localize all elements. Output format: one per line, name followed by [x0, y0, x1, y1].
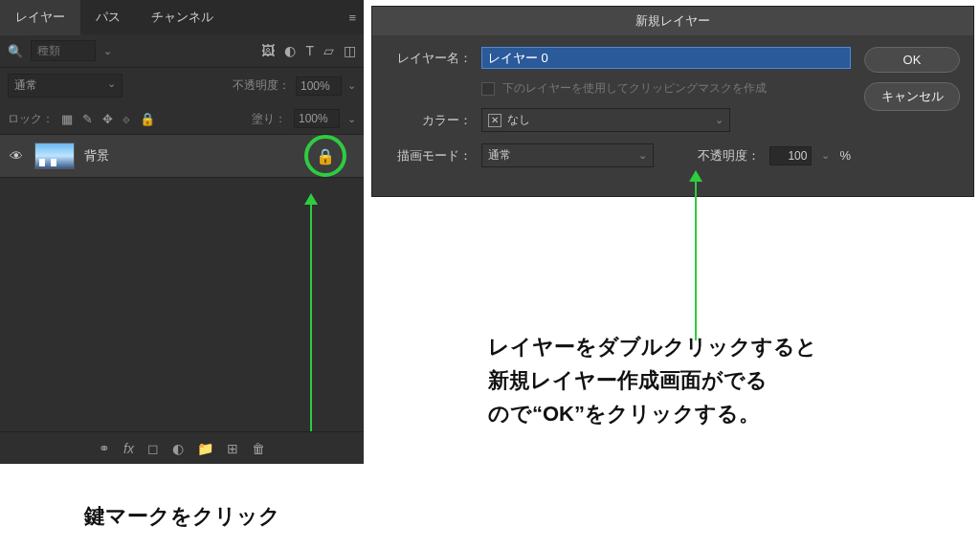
search-icon: 🔍	[8, 44, 23, 58]
annotation-arrow	[695, 178, 697, 340]
none-swatch-icon: ✕	[488, 114, 501, 127]
filter-shape-icon[interactable]: ▱	[323, 43, 334, 58]
blend-mode-select[interactable]: 通常 ⌄	[8, 74, 122, 98]
opacity-input[interactable]: 100%	[296, 77, 342, 96]
ok-button[interactable]: OK	[864, 47, 960, 73]
opacity-label: 不透明度：	[233, 77, 290, 94]
chevron-down-icon[interactable]: ⌄	[347, 79, 356, 92]
tab-layers[interactable]: レイヤー	[0, 0, 80, 35]
fill-input[interactable]: 100%	[294, 109, 340, 128]
filter-type-select[interactable]	[31, 40, 96, 61]
layer-name-input[interactable]	[481, 47, 851, 69]
layer-thumbnail[interactable]	[34, 142, 75, 169]
layer-name-label: レイヤー名：	[386, 50, 472, 67]
lock-brush-icon[interactable]: ✎	[82, 112, 93, 126]
lock-all-icon[interactable]: 🔒	[140, 112, 155, 126]
link-icon[interactable]: ⚭	[99, 441, 110, 456]
lock-move-icon[interactable]: ✥	[102, 112, 113, 126]
clipping-mask-checkbox	[481, 82, 495, 96]
layers-footer-toolbar: ⚭ fx ◻ ◐ 📁 ⊞ 🗑	[0, 431, 364, 464]
lock-label: ロック：	[8, 111, 54, 127]
dialog-opacity-label: 不透明度：	[698, 147, 760, 164]
tab-channels[interactable]: チャンネル	[136, 0, 229, 35]
mask-icon[interactable]: ◻	[147, 441, 159, 456]
annotation-caption-right: レイヤーをダブルクリックすると 新規レイヤー作成画面がでる ので“OK”をクリッ…	[488, 330, 817, 431]
visibility-toggle-icon[interactable]: 👁	[8, 148, 25, 164]
chevron-down-icon[interactable]: ⌄	[347, 113, 356, 125]
layers-panel: レイヤー パス チャンネル ≡ 🔍 ⌄ 🖼 ◐ T ▱ ◫ 通常 ⌄ 不透明度：…	[0, 0, 364, 464]
mode-select[interactable]: 通常 ⌄	[481, 143, 654, 167]
chevron-down-icon[interactable]: ⌄	[821, 149, 830, 162]
lock-artboard-icon[interactable]: ⟐	[122, 112, 130, 126]
annotation-arrow	[310, 201, 312, 451]
adjustment-icon[interactable]: ◐	[172, 441, 184, 456]
filter-adjust-icon[interactable]: ◐	[284, 43, 296, 58]
annotation-caption-left: 鍵マークをクリック	[0, 464, 364, 531]
chevron-down-icon[interactable]: ⌄	[103, 45, 112, 57]
fill-label: 塗り：	[252, 111, 286, 127]
color-label: カラー：	[386, 112, 472, 129]
lock-icon[interactable]: 🔒	[316, 147, 335, 165]
lock-pixels-icon[interactable]: ▦	[61, 112, 73, 126]
lock-highlight-circle: 🔒	[304, 135, 346, 177]
clipping-mask-label: 下のレイヤーを使用してクリッピングマスクを作成	[502, 80, 767, 97]
mode-label: 描画モード：	[386, 147, 472, 164]
color-select[interactable]: ✕ なし ⌄	[481, 108, 730, 132]
layer-row-background[interactable]: 👁 背景 🔒	[0, 134, 364, 178]
fx-icon[interactable]: fx	[123, 441, 134, 456]
percent-label: %	[839, 148, 851, 163]
dialog-title: 新規レイヤー	[372, 7, 973, 35]
filter-type-icon[interactable]: T	[305, 43, 314, 58]
panel-menu-icon[interactable]: ≡	[348, 11, 356, 25]
dialog-opacity-input[interactable]	[769, 146, 812, 165]
group-icon[interactable]: 📁	[197, 441, 213, 456]
panel-tabs: レイヤー パス チャンネル ≡	[0, 0, 364, 34]
tab-paths[interactable]: パス	[80, 0, 136, 35]
filter-image-icon[interactable]: 🖼	[261, 43, 275, 58]
new-layer-icon[interactable]: ⊞	[227, 441, 238, 456]
filter-smart-icon[interactable]: ◫	[344, 43, 356, 58]
cancel-button[interactable]: キャンセル	[864, 82, 960, 111]
new-layer-dialog: 新規レイヤー レイヤー名： 下のレイヤーを使用してクリッピングマスクを作成 カラ…	[371, 6, 974, 197]
layer-name-label: 背景	[84, 147, 109, 164]
trash-icon[interactable]: 🗑	[252, 441, 265, 456]
